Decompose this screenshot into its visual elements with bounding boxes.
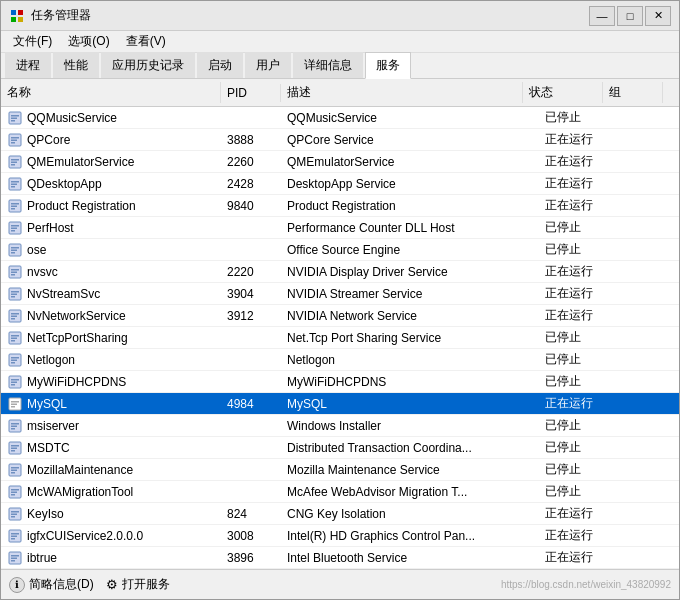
svg-rect-15 [11, 164, 15, 166]
table-row[interactable]: Netlogon Netlogon 已停止 [1, 349, 679, 371]
table-row[interactable]: igfxCUIService2.0.0.0 3008 Intel(R) HD G… [1, 525, 679, 547]
service-desc: Net.Tcp Port Sharing Service [281, 329, 539, 347]
service-pid [221, 380, 281, 384]
table-row[interactable]: Product Registration 9840 Product Regist… [1, 195, 679, 217]
table-row[interactable]: KeyIso 824 CNG Key Isolation 正在运行 [1, 503, 679, 525]
close-button[interactable]: ✕ [645, 6, 671, 26]
service-desc: Windows Installer [281, 417, 539, 435]
svg-rect-78 [11, 513, 17, 515]
tab-bar: 进程 性能 应用历史记录 启动 用户 详细信息 服务 [1, 53, 679, 79]
svg-rect-9 [11, 137, 19, 139]
table-row[interactable]: QMEmulatorService 2260 QMEmulatorService… [1, 151, 679, 173]
table-row[interactable]: NvNetworkService 3912 NVIDIA Network Ser… [1, 305, 679, 327]
service-icon [7, 264, 23, 280]
svg-rect-63 [11, 428, 15, 430]
service-desc: Distributed Transaction Coordina... [281, 439, 539, 457]
service-desc: Product Registration [281, 197, 539, 215]
table-row[interactable]: QPCore 3888 QPCore Service 正在运行 [1, 129, 679, 151]
table-row[interactable]: PerfHost Performance Counter DLL Host 已停… [1, 217, 679, 239]
service-desc: McAfee WebAdvisor Migration T... [281, 483, 539, 501]
table-row[interactable]: NvStreamSvc 3904 NVIDIA Streamer Service… [1, 283, 679, 305]
service-desc: QMEmulatorService [281, 153, 539, 171]
col-group[interactable]: 组 [603, 82, 663, 103]
service-pid: 3888 [221, 131, 281, 149]
col-desc[interactable]: 描述 [281, 82, 523, 103]
svg-rect-57 [11, 401, 19, 403]
svg-rect-53 [11, 379, 19, 381]
table-row[interactable]: MSDTC Distributed Transaction Coordina..… [1, 437, 679, 459]
gear-icon: ⚙ [106, 577, 118, 592]
service-icon [7, 286, 23, 302]
svg-rect-38 [11, 293, 17, 295]
col-pid[interactable]: PID [221, 84, 281, 102]
tab-performance[interactable]: 性能 [53, 52, 99, 78]
service-status: 已停止 [539, 415, 619, 436]
col-name[interactable]: 名称 [1, 82, 221, 103]
svg-rect-30 [11, 249, 17, 251]
svg-rect-21 [11, 203, 19, 205]
table-row[interactable]: MySQL 4984 MySQL 正在运行 [1, 393, 679, 415]
service-group [619, 468, 679, 472]
summary-info-link[interactable]: ℹ 简略信息(D) [9, 576, 94, 593]
table-row[interactable]: MyWiFiDHCPDNS MyWiFiDHCPDNS 已停止 [1, 371, 679, 393]
service-desc: NVIDIA Streamer Service [281, 285, 539, 303]
menu-file[interactable]: 文件(F) [5, 31, 60, 52]
service-group [619, 292, 679, 296]
minimize-button[interactable]: — [589, 6, 615, 26]
table-row[interactable]: QQMusicService QQMusicService 已停止 [1, 107, 679, 129]
table-row[interactable]: nvsvc 2220 NVIDIA Display Driver Service… [1, 261, 679, 283]
service-status: 已停止 [539, 327, 619, 348]
svg-rect-19 [11, 186, 15, 188]
service-desc: MyWiFiDHCPDNS [281, 373, 539, 391]
table-row[interactable]: McWAMigrationTool McAfee WebAdvisor Migr… [1, 481, 679, 503]
service-group [619, 314, 679, 318]
service-icon [7, 462, 23, 478]
svg-rect-10 [11, 139, 17, 141]
open-service-link[interactable]: ⚙ 打开服务 [106, 576, 170, 593]
tab-details[interactable]: 详细信息 [293, 52, 363, 78]
table-row[interactable]: msiserver Windows Installer 已停止 [1, 415, 679, 437]
service-pid [221, 358, 281, 362]
col-status[interactable]: 状态 [523, 82, 603, 103]
service-pid: 2220 [221, 263, 281, 281]
tab-users[interactable]: 用户 [245, 52, 291, 78]
service-status: 正在运行 [539, 261, 619, 282]
table-row[interactable]: QDesktopApp 2428 DesktopApp Service 正在运行 [1, 173, 679, 195]
service-status: 正在运行 [539, 195, 619, 216]
service-pid [221, 248, 281, 252]
services-table[interactable]: QQMusicService QQMusicService 已停止 QPCore… [1, 107, 679, 569]
service-status: 已停止 [539, 217, 619, 238]
svg-rect-5 [11, 115, 19, 117]
table-row[interactable]: NetTcpPortSharing Net.Tcp Port Sharing S… [1, 327, 679, 349]
window-icon [9, 8, 25, 24]
tab-services[interactable]: 服务 [365, 52, 411, 79]
tab-process[interactable]: 进程 [5, 52, 51, 78]
tab-startup[interactable]: 启动 [197, 52, 243, 78]
info-icon: ℹ [9, 577, 25, 593]
menu-options[interactable]: 选项(O) [60, 31, 117, 52]
footer: ℹ 简略信息(D) ⚙ 打开服务 https://blog.csdn.net/w… [1, 569, 679, 599]
svg-rect-43 [11, 318, 15, 320]
service-pid: 2260 [221, 153, 281, 171]
service-icon [7, 506, 23, 522]
service-pid: 3008 [221, 527, 281, 545]
table-row[interactable]: ibtrue 3896 Intel Bluetooth Service 正在运行 [1, 547, 679, 569]
svg-rect-33 [11, 269, 19, 271]
service-name: MSDTC [1, 438, 221, 458]
svg-rect-26 [11, 227, 17, 229]
maximize-button[interactable]: □ [617, 6, 643, 26]
table-row[interactable]: ose Office Source Engine 已停止 [1, 239, 679, 261]
svg-rect-2 [11, 17, 16, 22]
service-group [619, 534, 679, 538]
service-desc: NVIDIA Display Driver Service [281, 263, 539, 281]
service-desc: Mozilla Maintenance Service [281, 461, 539, 479]
table-row[interactable]: MozillaMaintenance Mozilla Maintenance S… [1, 459, 679, 481]
service-icon [7, 132, 23, 148]
service-status: 已停止 [539, 239, 619, 260]
service-pid: 2428 [221, 175, 281, 193]
window-controls: — □ ✕ [589, 6, 671, 26]
menu-view[interactable]: 查看(V) [118, 31, 174, 52]
svg-rect-67 [11, 450, 15, 452]
service-pid: 3912 [221, 307, 281, 325]
tab-app-history[interactable]: 应用历史记录 [101, 52, 195, 78]
